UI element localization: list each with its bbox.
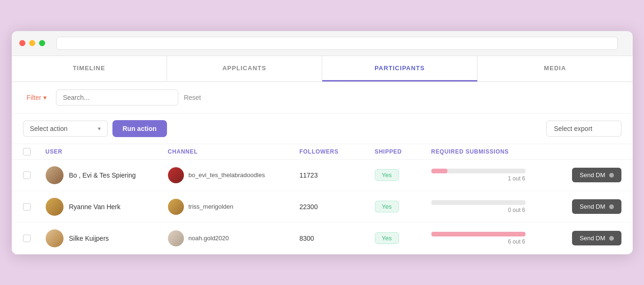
col-user: USER xyxy=(46,148,168,155)
channel-cell: triss_merigolden xyxy=(168,199,300,215)
channel-avatar xyxy=(168,230,184,246)
select-all-checkbox[interactable] xyxy=(23,148,31,155)
send-dm-label: Send DM xyxy=(580,171,605,179)
table-body: Bo , Evi & Tes Spiering bo_evi_tes_thela… xyxy=(12,160,633,254)
table-row: Bo , Evi & Tes Spiering bo_evi_tes_thela… xyxy=(12,160,633,191)
run-action-button[interactable]: Run action xyxy=(112,120,167,137)
select-action-label: Select action xyxy=(30,125,68,132)
send-dm-button[interactable]: Send DM xyxy=(572,168,621,182)
avatar xyxy=(46,166,64,184)
channel-cell: noah.gold2020 xyxy=(168,230,300,246)
channel-name: noah.gold2020 xyxy=(189,235,229,242)
table-header: USER CHANNEL FOLLOWERS SHIPPED REQUIRED … xyxy=(12,144,633,160)
user-name: Silke Kuijpers xyxy=(69,235,109,242)
main-window: TIMELINE APPLICANTS PARTICIPANTS MEDIA F… xyxy=(12,31,633,254)
progress-label: 1 out 6 xyxy=(431,175,525,182)
channel-cell: bo_evi_tes_thelabradoodles xyxy=(168,167,300,183)
tab-applicants[interactable]: APPLICANTS xyxy=(167,56,322,81)
col-followers: FOLLOWERS xyxy=(300,148,375,155)
progress-label: 6 out 6 xyxy=(431,238,525,245)
channel-name: triss_merigolden xyxy=(189,203,233,210)
tab-media[interactable]: MEDIA xyxy=(477,56,632,81)
progress-cell: 0 out 6 xyxy=(431,200,546,213)
reset-button[interactable]: Reset xyxy=(184,94,201,101)
send-dm-label: Send DM xyxy=(580,235,605,242)
progress-bar-track xyxy=(431,169,525,173)
minimize-icon[interactable] xyxy=(29,40,35,46)
progress-bar-track xyxy=(431,232,525,236)
col-shipped: SHIPPED xyxy=(375,148,431,155)
address-bar[interactable] xyxy=(56,37,618,50)
user-name: Ryanne Van Herk xyxy=(69,203,120,211)
toolbar: Filter ▾ Reset xyxy=(12,82,633,114)
tab-timeline[interactable]: TIMELINE xyxy=(12,56,167,81)
chevron-down-icon: ▾ xyxy=(43,94,47,101)
row-checkbox[interactable] xyxy=(23,235,31,242)
dm-status-icon xyxy=(609,173,614,178)
user-name: Bo , Evi & Tes Spiering xyxy=(69,171,136,179)
user-cell: Silke Kuijpers xyxy=(46,229,168,247)
filter-button[interactable]: Filter ▾ xyxy=(23,92,50,103)
filter-label: Filter xyxy=(27,94,41,101)
user-cell: Ryanne Van Herk xyxy=(46,198,168,216)
select-export-dropdown[interactable]: Select export xyxy=(546,121,621,137)
send-dm-cell: Send DM xyxy=(546,231,621,245)
shipped-badge: Yes xyxy=(375,169,399,181)
row-checkbox-cell xyxy=(23,203,46,211)
header-checkbox-cell xyxy=(23,148,46,155)
avatar xyxy=(46,198,64,216)
row-checkbox-cell xyxy=(23,171,46,179)
followers-value: 8300 xyxy=(300,235,375,242)
progress-cell: 6 out 6 xyxy=(431,232,546,245)
table-row: Silke Kuijpers noah.gold2020 8300 Yes 6 … xyxy=(12,223,633,254)
search-input[interactable] xyxy=(56,90,178,106)
shipped-badge: Yes xyxy=(375,201,399,212)
table-row: Ryanne Van Herk triss_merigolden 22300 Y… xyxy=(12,191,633,223)
send-dm-button[interactable]: Send DM xyxy=(572,231,621,245)
select-action-dropdown[interactable]: Select action ▾ xyxy=(23,121,108,137)
shipped-cell: Yes xyxy=(375,169,431,181)
action-bar: Select action ▾ Run action Select export xyxy=(12,114,633,144)
progress-cell: 1 out 6 xyxy=(431,169,546,182)
action-bar-left: Select action ▾ Run action xyxy=(23,120,167,137)
progress-label: 0 out 6 xyxy=(431,207,525,213)
shipped-cell: Yes xyxy=(375,232,431,244)
row-checkbox[interactable] xyxy=(23,171,31,179)
send-dm-cell: Send DM xyxy=(546,168,621,182)
chevron-down-icon: ▾ xyxy=(98,125,101,132)
channel-avatar xyxy=(168,167,184,183)
titlebar xyxy=(12,31,633,56)
close-icon[interactable] xyxy=(19,40,25,46)
send-dm-cell: Send DM xyxy=(546,199,621,214)
progress-bar-fill xyxy=(431,232,525,236)
channel-avatar xyxy=(168,199,184,215)
progress-bar-fill xyxy=(431,169,447,173)
shipped-cell: Yes xyxy=(375,201,431,212)
followers-value: 11723 xyxy=(300,171,375,179)
dm-status-icon xyxy=(609,236,614,241)
tab-participants[interactable]: PARTICIPANTS xyxy=(322,56,477,81)
shipped-badge: Yes xyxy=(375,232,399,244)
row-checkbox-cell xyxy=(23,235,46,242)
avatar xyxy=(46,229,64,247)
col-required-submissions: REQUIRED SUBMISSIONS xyxy=(431,148,546,155)
maximize-icon[interactable] xyxy=(39,40,45,46)
row-checkbox[interactable] xyxy=(23,203,31,211)
followers-value: 22300 xyxy=(300,203,375,211)
dm-status-icon xyxy=(609,204,614,209)
send-dm-button[interactable]: Send DM xyxy=(572,199,621,214)
send-dm-label: Send DM xyxy=(580,203,605,210)
progress-bar-track xyxy=(431,200,525,205)
tab-bar: TIMELINE APPLICANTS PARTICIPANTS MEDIA xyxy=(12,56,633,82)
channel-name: bo_evi_tes_thelabradoodles xyxy=(189,171,265,179)
user-cell: Bo , Evi & Tes Spiering xyxy=(46,166,168,184)
col-channel: CHANNEL xyxy=(168,148,300,155)
